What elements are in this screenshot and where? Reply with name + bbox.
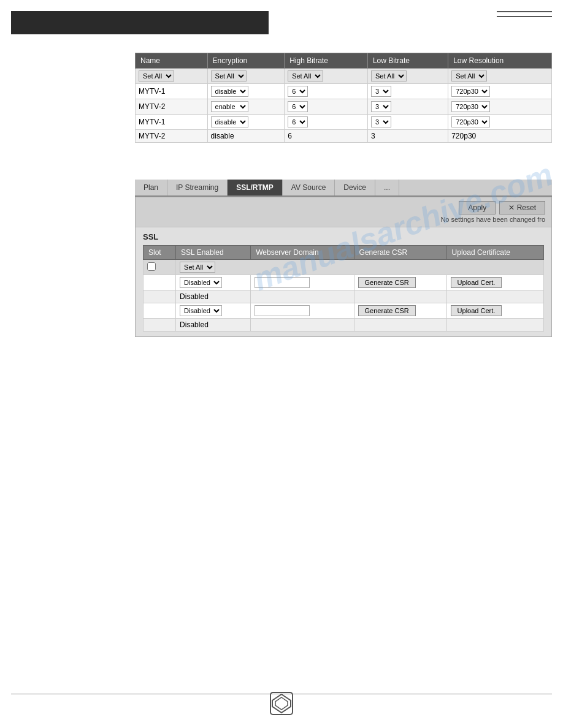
setall-lowresolution-cell: Set All — [448, 69, 552, 84]
row1-lowbitrate-select[interactable]: 3 — [371, 86, 391, 97]
ssl-row3-generate-csr-button[interactable]: Generate CSR — [358, 305, 416, 316]
setall-lowbitrate-select[interactable]: Set All — [371, 70, 407, 82]
row1-highbitrate-select[interactable]: 6 — [288, 86, 308, 97]
panel-content: Apply ✕ Reset No settings have been chan… — [135, 197, 552, 337]
setall-encryption-select[interactable]: Set All — [211, 70, 247, 82]
setall-lowbitrate-cell: Set All — [367, 69, 448, 84]
setall-highbitrate-select[interactable]: Set All — [288, 70, 323, 82]
row3-name: MYTV-1 — [136, 115, 208, 130]
row3-lowresolution-select[interactable]: 720p30 — [451, 116, 490, 127]
row4-lowresolution: 720p30 — [448, 130, 552, 143]
table-row: MYTV-1 disable enable 6 3 — [136, 115, 552, 130]
ssl-row1-domain — [251, 275, 354, 290]
ssl-row1-upload: Upload Cert. — [446, 275, 543, 290]
footer-logo — [269, 691, 294, 716]
table-row: MYTV-2 disable 6 3 720p30 — [136, 130, 552, 143]
row2-encryption: disable enable — [207, 99, 285, 115]
ssl-setall-select-cell: Set All — [176, 260, 544, 275]
ssl-row1-domain-input[interactable] — [255, 277, 310, 288]
row3-encryption-select[interactable]: disable enable — [211, 116, 248, 127]
ssl-row3-domain-input[interactable] — [255, 305, 310, 316]
set-all-row: Set All Set All Set All Set All — [136, 69, 552, 84]
ssl-setall-checkbox[interactable] — [147, 262, 156, 271]
table-row: MYTV-1 disable enable 6 3 — [136, 84, 552, 99]
footer — [0, 691, 563, 716]
ssl-row1-enabled: Disabled Enabled — [176, 275, 251, 290]
col-high-bitrate: High Bitrate — [285, 53, 368, 69]
ssl-row: Disabled Enabled Generate CSR Upload Cer… — [144, 275, 544, 290]
ssl-section: SSL Slot SSL Enabled Webserver Domain Ge… — [136, 227, 551, 336]
ssl-row1-csr: Generate CSR — [354, 275, 446, 290]
ssl-col-slot: Slot — [144, 246, 176, 260]
row3-highbitrate-select[interactable]: 6 — [288, 116, 308, 127]
setall-name-select[interactable]: Set All — [139, 70, 174, 82]
row2-encryption-select[interactable]: disable enable — [211, 101, 248, 112]
ssl-table: Slot SSL Enabled Webserver Domain Genera… — [143, 245, 544, 332]
ssl-row2-csr — [354, 290, 446, 303]
row1-name: MYTV-1 — [136, 84, 208, 99]
tab-av-source[interactable]: AV Source — [283, 180, 335, 195]
row1-lowresolution-select[interactable]: 720p30 — [451, 86, 490, 97]
row3-lowbitrate-select[interactable]: 3 — [371, 116, 391, 127]
row2-lowresolution-select[interactable]: 720p30 — [451, 101, 490, 112]
row3-encryption: disable enable — [207, 115, 285, 130]
row2-highbitrate-select[interactable]: 6 — [288, 101, 308, 112]
ssl-setall-row: Set All — [144, 260, 544, 275]
top-table-section: Name Encryption High Bitrate Low Bitrate… — [135, 53, 552, 143]
ssl-row3-domain — [251, 303, 354, 319]
row4-lowbitrate: 3 — [367, 130, 448, 143]
tab-plan[interactable]: Plan — [135, 180, 167, 195]
row2-lowresolution: 720p30 — [448, 99, 552, 115]
toolbar-buttons: Apply ✕ Reset — [459, 201, 545, 214]
ssl-row3-upload-cert-button[interactable]: Upload Cert. — [451, 305, 502, 316]
row4-encryption: disable — [207, 130, 285, 143]
tab-bar: Plan IP Streaming SSL/RTMP AV Source Dev… — [135, 180, 552, 197]
col-low-resolution: Low Resolution — [448, 53, 552, 69]
tab-ssl-rtmp[interactable]: SSL/RTMP — [228, 180, 283, 195]
ssl-setall-checkbox-cell — [144, 260, 176, 275]
deco-line-1 — [497, 11, 552, 12]
col-encryption: Encryption — [207, 53, 285, 69]
status-text: No settings have been changed fro — [440, 216, 545, 223]
ssl-col-csr: Generate CSR — [354, 246, 446, 260]
row3-lowresolution: 720p30 — [448, 115, 552, 130]
row3-lowbitrate: 3 — [367, 115, 448, 130]
ssl-setall-select[interactable]: Set All — [180, 262, 215, 273]
ssl-row4-csr — [354, 319, 446, 332]
tab-device[interactable]: Device — [335, 180, 375, 195]
ssl-row1-generate-csr-button[interactable]: Generate CSR — [358, 277, 416, 288]
ssl-row1-upload-cert-button[interactable]: Upload Cert. — [451, 277, 502, 288]
ssl-col-domain: Webserver Domain — [251, 246, 354, 260]
ssl-row3-upload: Upload Cert. — [446, 303, 543, 319]
setall-lowresolution-select[interactable]: Set All — [451, 70, 487, 82]
apply-button[interactable]: Apply — [459, 201, 496, 214]
tab-ip-streaming[interactable]: IP Streaming — [167, 180, 228, 195]
tab-more[interactable]: ... — [375, 180, 399, 195]
ssl-header-row: Slot SSL Enabled Webserver Domain Genera… — [144, 246, 544, 260]
svg-marker-2 — [275, 697, 288, 710]
top-right-decoration — [497, 11, 552, 17]
ssl-row: Disabled Enabled Generate CSR Upload Cer… — [144, 303, 544, 319]
ssl-row3-enabled: Disabled Enabled — [176, 303, 251, 319]
ssl-col-upload: Upload Certificate — [446, 246, 543, 260]
ssl-row4-upload — [446, 319, 543, 332]
row1-encryption-select[interactable]: disable enable — [211, 86, 248, 97]
row1-lowresolution: 720p30 — [448, 84, 552, 99]
ssl-rtmp-section: Plan IP Streaming SSL/RTMP AV Source Dev… — [135, 180, 552, 337]
reset-button[interactable]: ✕ Reset — [499, 201, 545, 214]
row2-lowbitrate-select[interactable]: 3 — [371, 101, 391, 112]
ssl-row1-enabled-select[interactable]: Disabled Enabled — [180, 277, 222, 288]
encoding-table: Name Encryption High Bitrate Low Bitrate… — [135, 53, 552, 143]
ssl-row2-domain — [251, 290, 354, 303]
row2-highbitrate: 6 — [285, 99, 368, 115]
setall-name-cell: Set All — [136, 69, 208, 84]
ssl-row3-enabled-select[interactable]: Disabled Enabled — [180, 305, 222, 316]
row4-name: MYTV-2 — [136, 130, 208, 143]
panel-toolbar: Apply ✕ Reset No settings have been chan… — [136, 197, 551, 227]
ssl-row1-slot — [144, 275, 176, 290]
row1-encryption: disable enable — [207, 84, 285, 99]
ssl-row2-slot — [144, 290, 176, 303]
header-bar — [11, 11, 269, 34]
ssl-row2-enabled: Disabled — [176, 290, 251, 303]
ssl-row: Disabled — [144, 290, 544, 303]
